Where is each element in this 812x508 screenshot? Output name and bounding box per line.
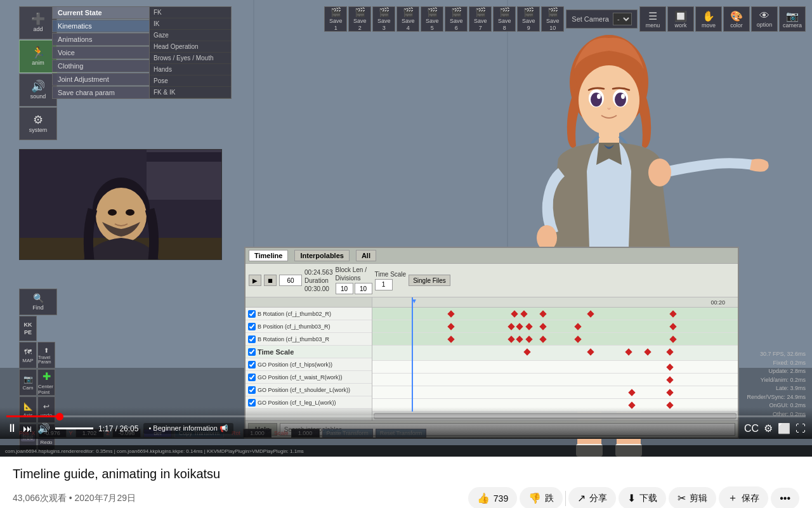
grid-row-3[interactable] — [372, 346, 738, 361]
single-files-button[interactable]: Single Files — [409, 275, 450, 286]
kinematics-item[interactable]: Kinematics — [52, 20, 150, 32]
tl-check-1[interactable] — [248, 323, 256, 330]
stop-button[interactable]: ⏹ — [264, 275, 277, 286]
sound-button[interactable]: 🔊 sound — [19, 74, 57, 107]
tl-check-4[interactable] — [248, 361, 256, 368]
keyframe — [669, 310, 676, 317]
joint-adjustment-item[interactable]: Joint Adjustment — [52, 73, 150, 86]
save-slot-5[interactable]: 🎬 Save 5 — [421, 6, 443, 32]
render-vsync-stat: Render/VSync: 24.9ms — [747, 393, 806, 402]
find-button[interactable]: 🔍 Find — [19, 289, 57, 315]
save-slot-7[interactable]: 🎬 Save 7 — [469, 6, 492, 32]
color-tool-button[interactable]: 🎨 color — [723, 6, 750, 32]
save-chara-item[interactable]: Save chara param — [52, 86, 150, 99]
miniplayer-button[interactable]: ⬜ — [778, 422, 790, 434]
submenu-pose[interactable]: Pose — [150, 75, 231, 87]
save-slot-4[interactable]: 🎬 Save 4 — [396, 6, 419, 32]
tl-check-2[interactable] — [248, 335, 256, 343]
save-video-button[interactable]: ＋ 保存 — [719, 486, 768, 508]
grid-row-1[interactable] — [372, 320, 738, 333]
save-slot-6[interactable]: 🎬 Save 6 — [445, 6, 468, 32]
tab-interpolables[interactable]: Interpolables — [294, 250, 349, 261]
save-slot-10[interactable]: 🎬 Save 10 — [541, 6, 564, 32]
tl-check-5[interactable] — [248, 374, 256, 381]
tl-check-6[interactable] — [248, 386, 256, 394]
keyframe — [516, 323, 523, 330]
tl-check-3[interactable] — [248, 348, 256, 356]
voice-item[interactable]: Voice — [52, 46, 150, 59]
submenu-hands[interactable]: Hands — [150, 64, 231, 75]
divisions-input-1[interactable] — [336, 283, 353, 294]
obj-button[interactable]: KK PE — [19, 316, 37, 341]
dislike-label: 跌 — [545, 493, 554, 504]
timeline-controls: ▶ ⏹ 00:24.563 Duration 00:30.00 Block Le… — [246, 264, 738, 297]
save-label-1: Save — [329, 18, 343, 24]
submenu-fk-ik[interactable]: FK & IK — [150, 87, 231, 98]
divisions-input-2[interactable] — [355, 283, 372, 294]
download-button[interactable]: ⬇ 下载 — [619, 487, 666, 508]
camera-tool-button[interactable]: 📷 camera — [779, 6, 806, 32]
tab-all[interactable]: All — [356, 250, 376, 261]
grid-row-4[interactable] — [372, 361, 738, 374]
save-slot-2[interactable]: 🎬 Save 2 — [348, 6, 371, 32]
share-button[interactable]: ↗ 分享 — [568, 487, 616, 508]
anim-button[interactable]: 🏃 anim — [19, 40, 57, 73]
more-button[interactable]: ••• — [771, 488, 799, 509]
save-slot-1[interactable]: 🎬 Save 1 — [324, 6, 347, 32]
clothing-item[interactable]: Clothing — [52, 60, 150, 72]
map-button[interactable]: 🗺 MAP — [19, 342, 37, 368]
save-slot-9[interactable]: 🎬 Save 9 — [517, 6, 540, 32]
center-point-button[interactable]: ✚ Center Point — [37, 369, 55, 396]
webcam-overlay — [19, 149, 222, 260]
work-tool-button[interactable]: 🔲 work — [667, 6, 694, 32]
play-button[interactable]: ▶ — [249, 275, 261, 286]
submenu-ik[interactable]: IK — [150, 18, 231, 30]
menu-tool-button[interactable]: ☰ menu — [639, 6, 666, 32]
system-button[interactable]: ⚙ system — [19, 107, 57, 140]
grid-row-2[interactable] — [372, 333, 738, 346]
find-icon: 🔍 — [33, 293, 44, 303]
tab-timeline[interactable]: Timeline — [249, 250, 288, 261]
grid-row-5[interactable] — [372, 374, 738, 386]
dislike-button[interactable]: 👎 跌 — [520, 487, 563, 508]
next-button[interactable]: ⏭ — [23, 423, 32, 434]
save-video-label: 保存 — [742, 493, 759, 504]
submenu-head-operation[interactable]: Head Operation — [150, 41, 231, 53]
save-label-3: Save — [377, 18, 391, 24]
cam-button[interactable]: 📷 Cam — [19, 369, 37, 396]
camera-select[interactable]: - — [613, 13, 632, 25]
tl-check-7[interactable] — [248, 399, 256, 407]
keyframe — [669, 335, 676, 342]
clip-button[interactable]: ✂ 剪辑 — [669, 487, 716, 508]
save-slot-8[interactable]: 🎬 Save 8 — [493, 6, 516, 32]
yield-anim-stat: Yield/anim: 0.2ms — [747, 376, 806, 385]
like-button[interactable]: 👍 739 — [468, 487, 517, 508]
travel-param-button[interactable]: ⬆ Travel Param — [37, 342, 55, 368]
save-label-8: Save — [498, 18, 511, 24]
save-slot-3[interactable]: 🎬 Save 3 — [372, 6, 395, 32]
play-pause-button[interactable]: ⏸ — [6, 422, 18, 435]
submenu-gaze[interactable]: Gaze — [150, 30, 231, 41]
video-progress-bar[interactable] — [0, 415, 812, 418]
grid-row-6[interactable] — [372, 386, 738, 399]
volume-button[interactable]: 🔊 — [37, 422, 50, 434]
current-state-item[interactable]: Current State — [52, 6, 150, 19]
keyframe — [669, 323, 676, 330]
animations-item[interactable]: Animations — [52, 33, 150, 46]
option-tool-button[interactable]: 👁 option — [751, 6, 778, 32]
submenu-fk[interactable]: FK — [150, 7, 231, 18]
volume-slider[interactable] — [55, 427, 93, 429]
fullscreen-button[interactable]: ⛶ — [796, 423, 806, 434]
save-num-2: 2 — [358, 25, 362, 31]
tl-check-0[interactable] — [248, 310, 256, 318]
time-scale-input[interactable] — [375, 279, 393, 290]
tl-label-row-4: GO Position (cf_t_hips(work)) — [246, 358, 372, 371]
fps-input[interactable] — [279, 275, 302, 286]
add-button[interactable]: ➕ add — [19, 6, 57, 39]
subtitle-button[interactable]: CC — [744, 423, 759, 434]
submenu-brows[interactable]: Brows / Eyes / Mouth — [150, 53, 231, 64]
move-tool-button[interactable]: ✋ move — [695, 6, 722, 32]
grid-row-0[interactable] — [372, 308, 738, 320]
settings-button[interactable]: ⚙ — [764, 422, 773, 434]
like-icon: 👍 — [477, 492, 490, 504]
